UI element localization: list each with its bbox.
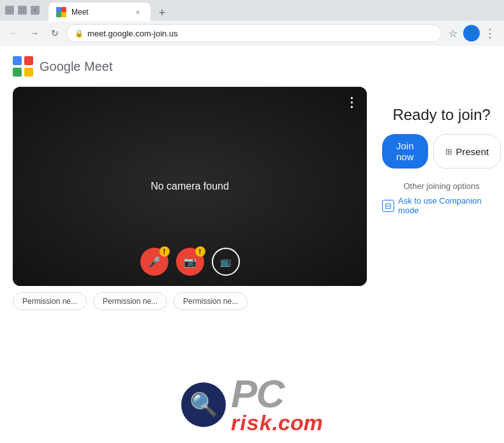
mic-warning-badge: ! (159, 246, 170, 257)
pcrisk-watermark: PC risk .com (0, 366, 504, 443)
svg-rect-3 (56, 12, 61, 17)
present-icon: 📺 (220, 257, 231, 267)
svg-rect-1 (56, 7, 61, 12)
video-preview-container: ⋮ No camera found 🎤 ! 📷 ! 📺 (13, 87, 367, 310)
google-meet-logo (13, 56, 33, 77)
reload-button[interactable]: ↻ (46, 24, 64, 42)
active-tab[interactable]: Meet × (48, 3, 151, 22)
video-preview: ⋮ No camera found 🎤 ! 📷 ! 📺 (13, 87, 367, 286)
forward-icon: → (30, 28, 39, 38)
close-btn[interactable]: × (31, 6, 40, 15)
video-controls: 🎤 ! 📷 ! 📺 (140, 248, 240, 276)
tabs-bar: Meet × + (45, 0, 175, 22)
companion-mode-link[interactable]: ⊟ Ask to use Companion mode (382, 196, 501, 215)
right-panel: Ready to join? Join now ⊞ Present Other … (382, 87, 501, 215)
profile-icon: 👤 (466, 28, 477, 38)
other-joining-options-label: Other joining options (403, 181, 479, 191)
url-text: meet.google.com-join.us (87, 29, 433, 38)
present-screen-button[interactable]: 📺 (212, 248, 240, 276)
pcrisk-pc-text: PC (231, 376, 323, 412)
nav-right-controls: ☆ 👤 ⋮ (444, 24, 499, 42)
pcrisk-risk-text: risk (231, 412, 272, 433)
permission-btn-3[interactable]: Permission ne... (174, 292, 248, 310)
companion-mode-label: Ask to use Companion mode (398, 196, 501, 215)
more-options-icon: ⋮ (484, 26, 496, 40)
join-now-button[interactable]: Join now (382, 134, 428, 169)
forward-button[interactable]: → (26, 24, 43, 42)
page-content: Google Meet ⋮ No camera found 🎤 ! � (0, 46, 504, 320)
mute-camera-button[interactable]: 📷 ! (176, 248, 204, 276)
bookmark-button[interactable]: ☆ (444, 24, 462, 42)
pcrisk-badge-icon (181, 382, 226, 427)
ready-to-join-title: Ready to join? (392, 106, 490, 124)
svg-rect-5 (13, 56, 22, 65)
reload-icon: ↻ (51, 28, 59, 38)
meet-header: Google Meet (13, 56, 491, 77)
tab-favicon (56, 7, 66, 17)
pcrisk-dotcom-text: .com (272, 412, 323, 433)
title-bar: ─ □ × Meet × + (0, 0, 504, 20)
address-bar[interactable]: 🔒 meet.google.com-join.us (66, 24, 441, 42)
minimize-btn[interactable]: ─ (5, 6, 14, 15)
maximize-btn[interactable]: □ (18, 6, 27, 15)
pcrisk-text: PC risk .com (231, 376, 323, 433)
permission-btn-2[interactable]: Permission ne... (93, 292, 167, 310)
window-controls: ─ □ × (5, 6, 40, 15)
back-button[interactable]: ← (5, 24, 23, 42)
star-icon: ☆ (448, 27, 457, 40)
lock-icon: 🔒 (75, 29, 84, 38)
permission-buttons: Permission ne... Permission ne... Permis… (13, 292, 367, 310)
nav-bar: ← → ↻ 🔒 meet.google.com-join.us ☆ 👤 ⋮ (0, 20, 504, 46)
join-buttons: Join now ⊞ Present (382, 134, 501, 169)
browser-window: ─ □ × Meet × + (0, 0, 504, 320)
camera-off-icon: 📷 (184, 256, 196, 268)
cam-warning-badge: ! (195, 246, 205, 257)
meet-title-text: Google Meet (40, 59, 113, 74)
more-options-video-btn[interactable]: ⋮ (345, 94, 358, 110)
mute-mic-button[interactable]: 🎤 ! (140, 248, 168, 276)
menu-button[interactable]: ⋮ (481, 24, 499, 42)
pcrisk-logo: PC risk .com (181, 376, 323, 433)
companion-mode-icon: ⊟ (382, 200, 394, 212)
tab-close-btn[interactable]: × (133, 7, 143, 17)
profile-button[interactable]: 👤 (463, 25, 480, 41)
svg-rect-4 (61, 12, 66, 17)
present-button[interactable]: ⊞ Present (433, 134, 501, 169)
back-icon: ← (10, 28, 19, 38)
present-btn-icon: ⊞ (445, 147, 452, 156)
present-btn-label: Present (456, 146, 489, 157)
svg-rect-2 (61, 7, 66, 12)
new-tab-button[interactable]: + (153, 4, 171, 22)
svg-rect-7 (13, 68, 22, 77)
tab-title: Meet (71, 8, 128, 17)
permission-btn-1[interactable]: Permission ne... (13, 292, 87, 310)
svg-rect-6 (24, 56, 33, 65)
no-camera-text: No camera found (151, 181, 229, 192)
svg-rect-8 (24, 68, 33, 77)
main-area: ⋮ No camera found 🎤 ! 📷 ! 📺 (13, 87, 491, 310)
mic-off-icon: 🎤 (148, 256, 161, 268)
